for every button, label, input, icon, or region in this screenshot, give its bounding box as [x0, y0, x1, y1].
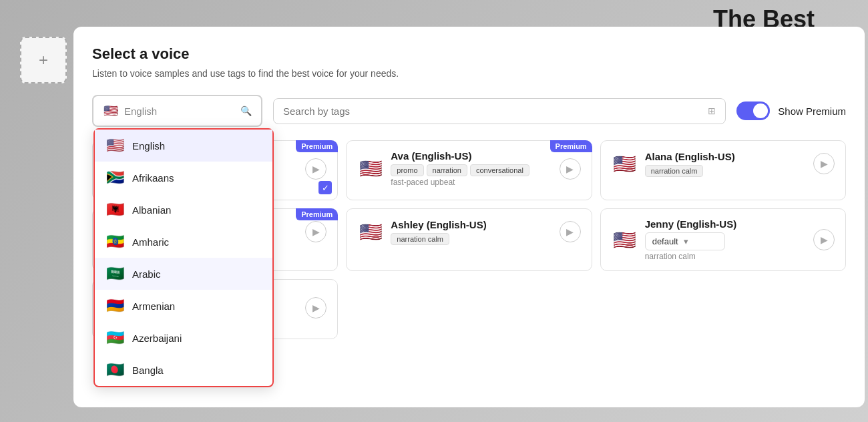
- label-albanian: Albanian: [132, 204, 171, 216]
- voice-card-ava[interactable]: Premium 🇺🇸 Ava (English-US) promo narrat…: [346, 140, 592, 200]
- premium-badge-ava: Premium: [550, 140, 592, 152]
- ashley-flag: 🇺🇸: [357, 218, 384, 245]
- filter-row: 🇺🇸 English 🔍 🇺🇸 English 🇿🇦 Afrikaans 🇦🇱 …: [92, 95, 846, 127]
- flag-albanian: 🇦🇱: [105, 201, 124, 218]
- label-arabic: Arabic: [132, 268, 161, 280]
- alana-header: 🇺🇸 Alana (English-US) narration calm ▶: [612, 150, 835, 177]
- premium-toggle-switch[interactable]: [736, 101, 770, 120]
- play-button-jenny[interactable]: ▶: [813, 229, 835, 250]
- dropdown-item-albanian[interactable]: 🇦🇱 Albanian: [95, 194, 272, 226]
- ashley-header: 🇺🇸 Ashley (English-US) narration calm ▶: [357, 218, 580, 245]
- premium-toggle-label: Show Premium: [778, 106, 846, 117]
- jenny-info: Jenny (English-US) default ▾ narration c…: [645, 218, 807, 261]
- ava-tag-promo: promo: [391, 164, 423, 176]
- dropdown-item-amharic[interactable]: 🇪🇹 Amharic: [95, 226, 272, 258]
- language-dropdown-list: 🇺🇸 English 🇿🇦 Afrikaans 🇦🇱 Albanian 🇪🇹 A…: [93, 128, 274, 387]
- flag-amharic: 🇪🇹: [105, 233, 124, 250]
- ava-flag: 🇺🇸: [357, 156, 384, 182]
- checkmark-partial: ✓: [318, 181, 332, 194]
- language-flag: 🇺🇸: [103, 103, 119, 119]
- label-english: English: [132, 140, 165, 152]
- play-button-nicole[interactable]: ▶: [305, 221, 327, 242]
- tags-icon: ⊞: [708, 106, 716, 116]
- flag-afrikaans: 🇿🇦: [105, 169, 124, 186]
- ava-tags: promo narration conversational: [391, 164, 552, 176]
- language-text: English: [124, 106, 235, 117]
- search-icon: 🔍: [240, 106, 252, 116]
- alana-tag-narration: narration calm: [645, 165, 704, 177]
- dropdown-item-azerbaijani[interactable]: 🇦🇿 Azerbaijani: [95, 322, 272, 354]
- jenny-header: 🇺🇸 Jenny (English-US) default ▾ narratio…: [612, 218, 835, 261]
- ava-header: 🇺🇸 Ava (English-US) promo narration conv…: [357, 150, 580, 187]
- flag-arabic: 🇸🇦: [105, 265, 124, 282]
- modal-title: Select a voice: [92, 45, 846, 63]
- dropdown-item-armenian[interactable]: 🇦🇲 Armenian: [95, 290, 272, 322]
- voice-card-alana[interactable]: 🇺🇸 Alana (English-US) narration calm ▶: [600, 140, 846, 200]
- alana-name: Alana (English-US): [645, 151, 807, 162]
- dropdown-item-arabic[interactable]: 🇸🇦 Arabic: [95, 258, 272, 290]
- jenny-dropdown-value: default: [652, 236, 678, 246]
- label-armenian: Armenian: [132, 300, 175, 312]
- jenny-name: Jenny (English-US): [645, 218, 807, 230]
- label-bangla: Bangla: [132, 365, 164, 376]
- premium-badge-partial: Premium: [296, 140, 338, 152]
- ashley-tags: narration calm: [391, 233, 552, 245]
- add-button[interactable]: +: [20, 37, 67, 83]
- premium-badge-nicole: Premium: [296, 208, 338, 220]
- voice-card-ashley[interactable]: 🇺🇸 Ashley (English-US) narration calm ▶: [346, 208, 592, 271]
- alana-info: Alana (English-US) narration calm: [645, 151, 807, 177]
- flag-azerbaijani: 🇦🇿: [105, 329, 124, 347]
- alana-flag: 🇺🇸: [612, 150, 638, 177]
- ashley-info: Ashley (English-US) narration calm: [391, 219, 552, 245]
- label-azerbaijani: Azerbaijani: [132, 333, 182, 344]
- ava-desc: fast-paced upbeat: [391, 178, 552, 187]
- tags-search-input[interactable]: [283, 106, 702, 117]
- play-button-partial[interactable]: ▶: [305, 158, 327, 180]
- play-button-alana[interactable]: ▶: [813, 153, 835, 174]
- label-afrikaans: Afrikaans: [132, 172, 174, 184]
- flag-english: 🇺🇸: [105, 137, 124, 154]
- ava-name: Ava (English-US): [391, 150, 552, 162]
- jenny-voice-dropdown[interactable]: default ▾: [645, 232, 725, 250]
- play-button-ava[interactable]: ▶: [560, 158, 581, 180]
- premium-toggle-container: Show Premium: [736, 101, 846, 120]
- voice-card-jenny[interactable]: 🇺🇸 Jenny (English-US) default ▾ narratio…: [600, 208, 846, 271]
- ashley-name: Ashley (English-US): [391, 219, 552, 230]
- ava-tag-narration: narration: [427, 164, 467, 176]
- dropdown-item-bangla[interactable]: 🇧🇩 Bangla: [95, 354, 272, 386]
- flag-armenian: 🇦🇲: [105, 297, 124, 314]
- modal-subtitle: Listen to voice samples and use tags to …: [92, 68, 846, 79]
- ava-info: Ava (English-US) promo narration convers…: [391, 150, 552, 187]
- jenny-flag: 🇺🇸: [612, 226, 638, 253]
- alana-tags: narration calm: [645, 165, 807, 177]
- tags-search-container[interactable]: ⊞: [273, 98, 726, 124]
- ava-tag-conversational: conversational: [470, 164, 529, 176]
- chevron-down-icon: ▾: [684, 236, 688, 246]
- play-button-ashley[interactable]: ▶: [560, 221, 581, 242]
- select-voice-modal: Select a voice Listen to voice samples a…: [73, 27, 865, 407]
- label-amharic: Amharic: [132, 236, 169, 248]
- dropdown-item-english[interactable]: 🇺🇸 English: [95, 130, 272, 162]
- flag-bangla: 🇧🇩: [105, 361, 124, 379]
- jenny-desc: narration calm: [645, 252, 807, 261]
- jenny-tags: default ▾: [645, 232, 807, 250]
- dropdown-item-afrikaans[interactable]: 🇿🇦 Afrikaans: [95, 162, 272, 194]
- ashley-tag-narration: narration calm: [391, 233, 449, 245]
- language-dropdown[interactable]: 🇺🇸 English 🔍 🇺🇸 English 🇿🇦 Afrikaans 🇦🇱 …: [92, 95, 262, 127]
- play-button-isabel[interactable]: ▶: [305, 297, 327, 319]
